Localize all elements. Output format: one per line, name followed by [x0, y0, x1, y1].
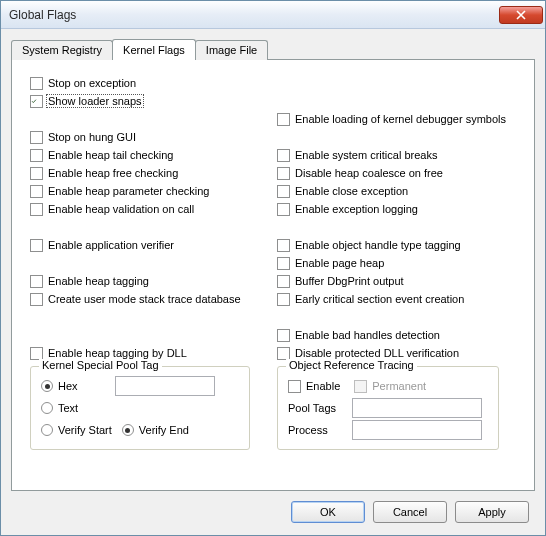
- label-enable-heap-parameter-checking: Enable heap parameter checking: [48, 185, 209, 197]
- label-text: Text: [58, 402, 78, 414]
- label-pool-tags: Pool Tags: [288, 402, 346, 414]
- checkbox-early-critical-section-event[interactable]: [277, 293, 290, 306]
- label-enable-page-heap: Enable page heap: [295, 257, 384, 269]
- label-verify-end: Verify End: [139, 424, 189, 436]
- legend-object-reference-tracing: Object Reference Tracing: [286, 359, 417, 371]
- label-enable-heap-tagging-by-dll: Enable heap tagging by DLL: [48, 347, 187, 359]
- checkbox-stop-on-exception[interactable]: [30, 77, 43, 90]
- checkbox-disable-heap-coalesce-on-free[interactable]: [277, 167, 290, 180]
- label-ort-enable: Enable: [306, 380, 340, 392]
- client-area: System Registry Kernel Flags Image File …: [1, 29, 545, 535]
- checkbox-enable-loading-kernel-dbg-symbols[interactable]: [277, 113, 290, 126]
- label-enable-heap-tagging: Enable heap tagging: [48, 275, 149, 287]
- close-button[interactable]: [499, 6, 543, 24]
- label-stop-on-exception: Stop on exception: [48, 77, 136, 89]
- tabstrip: System Registry Kernel Flags Image File: [11, 40, 535, 60]
- label-ort-permanent: Permanent: [372, 380, 426, 392]
- checkbox-enable-heap-parameter-checking[interactable]: [30, 185, 43, 198]
- label-process: Process: [288, 424, 346, 436]
- label-enable-close-exception: Enable close exception: [295, 185, 408, 197]
- tab-image-file[interactable]: Image File: [195, 40, 268, 60]
- tab-panel-kernel-flags: Stop on exception Show loader snaps Stop…: [11, 59, 535, 491]
- label-enable-heap-tail-checking: Enable heap tail checking: [48, 149, 173, 161]
- checkbox-enable-heap-validation-on-call[interactable]: [30, 203, 43, 216]
- checkbox-buffer-dbgprint-output[interactable]: [277, 275, 290, 288]
- window-title: Global Flags: [9, 8, 499, 22]
- checkbox-enable-heap-free-checking[interactable]: [30, 167, 43, 180]
- label-show-loader-snaps: Show loader snaps: [46, 94, 144, 108]
- checkbox-enable-heap-tail-checking[interactable]: [30, 149, 43, 162]
- checkbox-enable-exception-logging[interactable]: [277, 203, 290, 216]
- label-disable-protected-dll-verification: Disable protected DLL verification: [295, 347, 459, 359]
- label-early-critical-section-event: Early critical section event creation: [295, 293, 464, 305]
- label-enable-heap-validation-on-call: Enable heap validation on call: [48, 203, 194, 215]
- close-icon: [516, 10, 526, 20]
- checkbox-enable-heap-tagging[interactable]: [30, 275, 43, 288]
- group-kernel-special-pool-tag: Kernel Special Pool Tag Hex Text: [30, 366, 250, 450]
- radio-hex[interactable]: [41, 380, 53, 392]
- button-row: OK Cancel Apply: [11, 491, 535, 527]
- checkbox-enable-close-exception[interactable]: [277, 185, 290, 198]
- titlebar: Global Flags: [1, 1, 545, 29]
- left-column: Stop on exception Show loader snaps Stop…: [30, 74, 277, 450]
- checkbox-enable-heap-tagging-by-dll[interactable]: [30, 347, 43, 360]
- label-disable-heap-coalesce-on-free: Disable heap coalesce on free: [295, 167, 443, 179]
- tab-kernel-flags[interactable]: Kernel Flags: [112, 39, 196, 60]
- checkbox-enable-application-verifier[interactable]: [30, 239, 43, 252]
- input-process[interactable]: [352, 420, 482, 440]
- dialog-window: Global Flags System Registry Kernel Flag…: [0, 0, 546, 536]
- checkbox-enable-page-heap[interactable]: [277, 257, 290, 270]
- checkbox-stop-on-hung-gui[interactable]: [30, 131, 43, 144]
- checkbox-enable-system-critical-breaks[interactable]: [277, 149, 290, 162]
- label-enable-object-handle-type-tagging: Enable object handle type tagging: [295, 239, 461, 251]
- label-buffer-dbgprint-output: Buffer DbgPrint output: [295, 275, 404, 287]
- radio-verify-end[interactable]: [122, 424, 134, 436]
- label-hex: Hex: [58, 380, 78, 392]
- label-enable-heap-free-checking: Enable heap free checking: [48, 167, 178, 179]
- radio-text[interactable]: [41, 402, 53, 414]
- tab-system-registry[interactable]: System Registry: [11, 40, 113, 60]
- checkbox-disable-protected-dll-verification[interactable]: [277, 347, 290, 360]
- checkbox-show-loader-snaps[interactable]: [30, 95, 43, 108]
- label-enable-system-critical-breaks: Enable system critical breaks: [295, 149, 437, 161]
- checkbox-ort-enable[interactable]: [288, 380, 301, 393]
- input-pool-tag[interactable]: [115, 376, 215, 396]
- label-create-user-mode-stack-trace: Create user mode stack trace database: [48, 293, 241, 305]
- cancel-button[interactable]: Cancel: [373, 501, 447, 523]
- ok-button[interactable]: OK: [291, 501, 365, 523]
- input-pool-tags[interactable]: [352, 398, 482, 418]
- label-enable-loading-kernel-dbg-symbols: Enable loading of kernel debugger symbol…: [295, 113, 506, 125]
- label-enable-application-verifier: Enable application verifier: [48, 239, 174, 251]
- radio-verify-start[interactable]: [41, 424, 53, 436]
- label-verify-start: Verify Start: [58, 424, 112, 436]
- checkbox-create-user-mode-stack-trace[interactable]: [30, 293, 43, 306]
- right-column: Enable loading of kernel debugger symbol…: [277, 74, 524, 450]
- apply-button[interactable]: Apply: [455, 501, 529, 523]
- checkbox-enable-object-handle-type-tagging[interactable]: [277, 239, 290, 252]
- legend-kernel-special-pool-tag: Kernel Special Pool Tag: [39, 359, 162, 371]
- label-enable-exception-logging: Enable exception logging: [295, 203, 418, 215]
- label-stop-on-hung-gui: Stop on hung GUI: [48, 131, 136, 143]
- checkbox-enable-bad-handles-detection[interactable]: [277, 329, 290, 342]
- label-enable-bad-handles-detection: Enable bad handles detection: [295, 329, 440, 341]
- checkbox-ort-permanent: [354, 380, 367, 393]
- group-object-reference-tracing: Object Reference Tracing Enable Permanen…: [277, 366, 499, 450]
